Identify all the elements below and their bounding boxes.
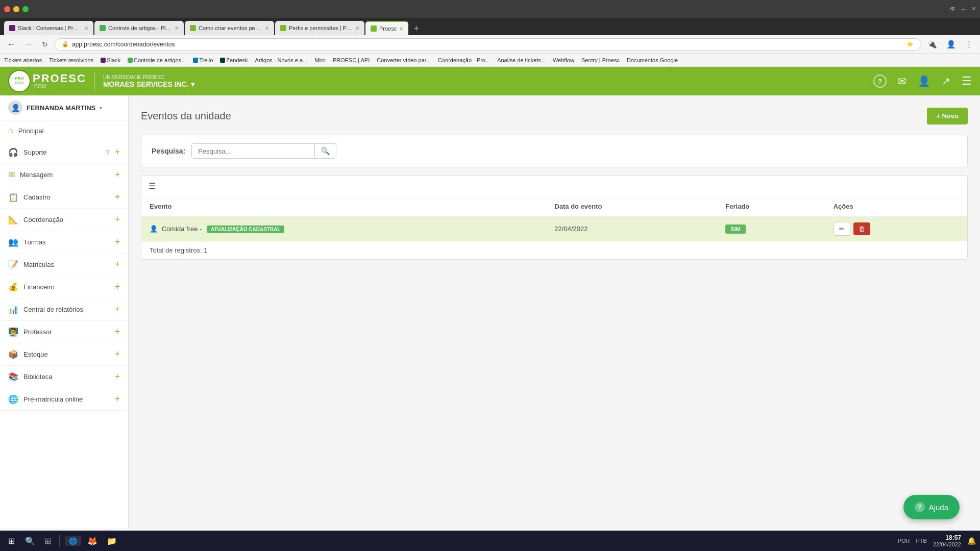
- sidebar-item-financeiro[interactable]: 💰 Financeiro +: [0, 276, 128, 298]
- avatar: 👤: [8, 101, 22, 115]
- tab-planilhas-close[interactable]: ✕: [175, 26, 179, 31]
- suporte-help-icon[interactable]: ?: [106, 148, 110, 157]
- professor-plus-icon[interactable]: +: [114, 327, 120, 337]
- tab-perfis[interactable]: Perfis e permissões | PROESC - ... ✕: [275, 21, 364, 35]
- sidebar-item-mensagem[interactable]: ✉ Mensagem +: [0, 164, 128, 186]
- bookmark-slack[interactable]: Slack: [101, 57, 120, 63]
- sidebar-item-cadastro[interactable]: 📋 Cadastro +: [0, 186, 128, 209]
- suporte-icon: 🎧: [8, 147, 18, 157]
- new-tab-button[interactable]: +: [409, 23, 423, 34]
- start-button[interactable]: ⊞: [4, 534, 19, 548]
- user-icon[interactable]: 👤: [918, 75, 930, 87]
- bookmark-miro[interactable]: Miro: [314, 57, 325, 63]
- professor-icon: 👨‍🏫: [8, 327, 18, 337]
- sidebar-item-principal[interactable]: ⌂ Principal: [0, 120, 128, 141]
- suporte-plus-icon[interactable]: +: [114, 147, 120, 158]
- bookmark-coordenacao[interactable]: Coordenação - Pro...: [438, 57, 490, 63]
- bookmark-trello[interactable]: Trello: [193, 57, 213, 63]
- estoque-plus-icon[interactable]: +: [114, 349, 120, 360]
- financeiro-plus-icon[interactable]: +: [114, 282, 120, 292]
- taskbar-notification[interactable]: 🔔: [967, 537, 976, 545]
- nav-menu[interactable]: ⋮: [962, 39, 976, 50]
- sidebar-item-matriculas[interactable]: 📝 Matrículas +: [0, 254, 128, 276]
- university-unit[interactable]: MORAES SERVICES INC. ▾: [103, 80, 194, 88]
- sidebar-item-biblioteca[interactable]: 📚 Biblioteca +: [0, 366, 128, 388]
- nav-forward[interactable]: →: [21, 39, 36, 50]
- taskbar-view[interactable]: ⊞: [41, 534, 54, 548]
- biblioteca-icon: 📚: [8, 372, 18, 382]
- nav-back[interactable]: ←: [4, 39, 18, 50]
- coordenacao-plus-icon[interactable]: +: [114, 214, 120, 225]
- bookmark-webflow[interactable]: Webflow: [553, 57, 574, 63]
- taskbar-app-chrome[interactable]: 🌐: [65, 536, 81, 546]
- bookmark-tickets-abertos[interactable]: Tickets abertos: [4, 57, 42, 63]
- tab-eventos-close[interactable]: ✕: [265, 26, 269, 31]
- pre-matricula-plus-icon[interactable]: +: [114, 394, 120, 405]
- bookmark-sentry[interactable]: Sentry | Proesc: [581, 57, 620, 63]
- edit-button[interactable]: ✏: [834, 222, 850, 236]
- bookmark-tickets-resolvidos[interactable]: Tickets resolvidos: [49, 57, 93, 63]
- turmas-plus-icon[interactable]: +: [114, 237, 120, 247]
- ajuda-button[interactable]: ? Ajuda: [903, 495, 960, 519]
- tab-perfis-close[interactable]: ✕: [355, 26, 359, 31]
- bookmark-converter[interactable]: Converter vídeo par...: [377, 57, 431, 63]
- sidebar-item-professor[interactable]: 👨‍🏫 Professor +: [0, 321, 128, 343]
- nav-account[interactable]: 👤: [943, 39, 959, 50]
- tab-slack-close[interactable]: ✕: [84, 26, 88, 31]
- new-event-button[interactable]: + Novo: [927, 108, 968, 124]
- help-icon[interactable]: ?: [873, 74, 887, 88]
- tab-planilhas[interactable]: Controle de artigos - Planilhas G... ✕: [94, 21, 184, 35]
- logo-area: PROESC PROESC .COM: [8, 70, 86, 92]
- search-input[interactable]: [192, 144, 314, 158]
- col-feriado: Feriado: [717, 196, 825, 217]
- sidebar-item-label-pre-matricula: Pré-matrícula online: [23, 395, 109, 403]
- tab-eventos[interactable]: Como criar eventos pedagógico... ✕: [185, 21, 274, 35]
- sidebar-item-pre-matricula[interactable]: 🌐 Pré-matrícula online +: [0, 388, 128, 411]
- logo-icon: PROESC: [8, 70, 31, 92]
- tab-slack[interactable]: Slack | Conversas | Proesc.com ✕: [4, 21, 93, 35]
- bookmark-api[interactable]: PROESC | API: [333, 57, 370, 63]
- vertical-divider: [94, 72, 95, 90]
- bookmark-analise[interactable]: Analise de tickets...: [497, 57, 546, 63]
- window-close[interactable]: ✕: [971, 6, 976, 12]
- bookmark-zendesk[interactable]: Zendesk: [220, 57, 248, 63]
- tab-proesc-close[interactable]: ✕: [399, 26, 403, 32]
- delete-button[interactable]: 🗑: [853, 222, 870, 235]
- nav-extensions[interactable]: 🔌: [924, 39, 940, 50]
- sidebar-item-turmas[interactable]: 👥 Turmas +: [0, 231, 128, 254]
- sidebar-item-suporte[interactable]: 🎧 Suporte ? +: [0, 141, 128, 164]
- university-label: UNIVERSIDADE PROESC:: [103, 74, 194, 80]
- search-button[interactable]: 🔍: [314, 144, 336, 158]
- taskbar: ⊞ 🔍 ⊞ 🌐 🦊 📁 POR PTB 18:57 22/04/2022 🔔: [0, 531, 980, 551]
- mensagem-plus-icon[interactable]: +: [114, 169, 120, 180]
- taskbar-search[interactable]: 🔍: [22, 534, 38, 548]
- sidebar-item-estoque[interactable]: 📦 Estoque +: [0, 343, 128, 366]
- logo-text-wrap: PROESC .COM: [33, 73, 86, 89]
- user-section[interactable]: 👤 FERNANDA MARTINS ▾: [0, 95, 128, 120]
- sidebar-item-central-relatorios[interactable]: 📊 Central de relatórios +: [0, 298, 128, 321]
- window-minimize[interactable]: ─: [961, 6, 965, 12]
- mail-icon[interactable]: ✉: [898, 75, 906, 87]
- nav-reload[interactable]: ↻: [39, 39, 51, 49]
- bookmark-docs[interactable]: Documentos Google: [627, 57, 678, 63]
- bookmark-artigos[interactable]: Artigos - Novos e a...: [255, 57, 308, 63]
- window-restore[interactable]: 🗗: [949, 6, 955, 12]
- taskbar-app-edge[interactable]: 🦊: [84, 535, 101, 547]
- matriculas-plus-icon[interactable]: +: [114, 259, 120, 270]
- cadastro-plus-icon[interactable]: +: [114, 192, 120, 203]
- tab-proesc-active[interactable]: Proesc ✕: [365, 21, 408, 35]
- event-person-icon: 👤: [150, 225, 158, 233]
- biblioteca-plus-icon[interactable]: +: [114, 371, 120, 382]
- bookmarks-bar: Tickets abertos Tickets resolvidos Slack…: [0, 54, 980, 67]
- list-view-icon[interactable]: ☰: [149, 182, 156, 190]
- bookmark-controle[interactable]: Controle de artigos...: [128, 57, 186, 63]
- ajuda-label: Ajuda: [929, 503, 948, 512]
- sidebar-item-label-matriculas: Matrículas: [23, 261, 109, 268]
- taskbar-app-explorer[interactable]: 📁: [104, 535, 120, 547]
- menu-icon[interactable]: ☰: [962, 74, 972, 88]
- estoque-icon: 📦: [8, 349, 18, 359]
- sidebar-item-coordenacao[interactable]: 📐 Coordenação +: [0, 209, 128, 231]
- relatorios-plus-icon[interactable]: +: [114, 304, 120, 315]
- address-bar[interactable]: 🔒 app.proesc.com/coordenador/eventos ⭐: [54, 38, 921, 51]
- share-icon[interactable]: ↗: [942, 75, 950, 87]
